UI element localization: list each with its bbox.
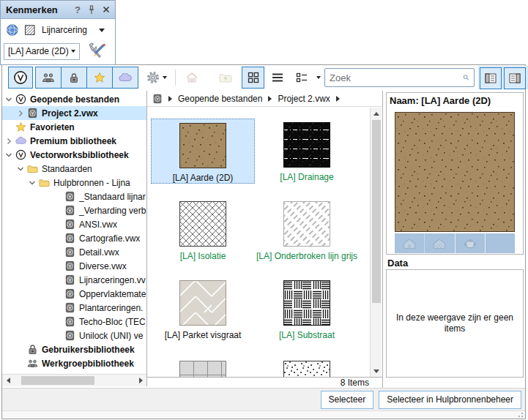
tree-item-unilock[interactable]: Unilock (UNI) ve [2, 329, 146, 342]
edit-style-icon[interactable] [86, 42, 106, 61]
tree-item-lijnarceringen[interactable]: Lijnarceringen.vv [2, 273, 146, 287]
house-2d-button[interactable] [395, 233, 424, 253]
tree-item-verharding[interactable]: _Verharding verb [2, 203, 146, 217]
select-in-resource-manager-button[interactable]: Selecteer in Hulpbronnenbeheer [379, 391, 521, 409]
tree-item-ansi[interactable]: ANSI.vwx [2, 217, 146, 231]
tree-item-hulpbronnen-lijnarceringen[interactable]: Hulpbronnen - Lijna [2, 176, 146, 190]
tree-item-gebruikersbibliotheek[interactable]: Gebruikersbibliotheek [2, 342, 146, 356]
chevron-down-icon[interactable] [4, 95, 13, 104]
breadcrumb-arrow-icon [268, 96, 272, 102]
scroll-up-arrow[interactable] [371, 108, 382, 119]
user-library-button[interactable] [61, 67, 86, 88]
help-icon[interactable]: ? [75, 4, 81, 15]
folder-up-icon [219, 72, 232, 83]
workgroup-library-button[interactable] [36, 67, 61, 88]
data-empty-text: In deze weergave zijn er geen items [393, 312, 517, 334]
tree-item-vectorworksbibliotheek[interactable]: Vectorworksbibliotheek [2, 148, 146, 162]
resource-item-7[interactable] [151, 357, 255, 377]
chevron-down-icon[interactable] [4, 151, 13, 160]
gear-icon [146, 71, 160, 84]
resource-grid: [LA] Aarde (2D) [LA] Drainage [LA] Isola… [147, 108, 369, 377]
favorites-button[interactable] [86, 67, 112, 88]
tree-item-cartografie[interactable]: Cartografie.vwx [2, 231, 146, 245]
people-icon [42, 72, 55, 83]
chevron-down-icon[interactable] [99, 29, 105, 32]
resource-item-isolatie[interactable]: [LA] Isolatie [151, 198, 255, 261]
footer-bar: Selecteer Selecteer in Hulpbronnenbeheer [2, 388, 525, 410]
tree-item-techo-bloc[interactable]: Techo-Bloc (TEC [2, 315, 146, 329]
tree-item-werkgroepbibliotheek[interactable]: Werkgroepbibliotheek [2, 356, 146, 370]
document-icon [64, 302, 75, 313]
search-icon[interactable] [463, 72, 469, 83]
chevron-down-icon[interactable] [16, 165, 25, 173]
chevron-down-icon[interactable] [28, 179, 37, 187]
tree-item-oppervlaktemat[interactable]: Oppervlaktemate [2, 287, 146, 301]
resource-item-drainage[interactable]: [LA] Drainage [255, 119, 359, 182]
close-icon[interactable] [103, 6, 110, 13]
tree-item-standaard-lijnarcering[interactable]: _Standaard lijnar [2, 190, 146, 203]
attributes-palette: Kenmerken ? Lijnarcering [LA] Aarde (2D) [0, 0, 116, 65]
right-panel-toggle[interactable] [504, 67, 526, 89]
detail-view-icon [296, 72, 308, 83]
palette-title: Kenmerken [6, 4, 58, 15]
scrollbar-thumb[interactable] [372, 120, 381, 303]
tree-item-favorieten[interactable]: Favorieten [2, 120, 146, 134]
tree-item-project2[interactable]: Project 2.vwx [2, 106, 146, 120]
settings-button[interactable] [144, 67, 169, 89]
tree-horizontal-scrollbar[interactable] [2, 374, 146, 386]
teapot-render-button[interactable] [455, 233, 485, 253]
chevron-down-icon [163, 76, 167, 79]
right-panel-icon [509, 73, 521, 83]
resize-grip[interactable] [516, 410, 524, 418]
render-sphere-icon[interactable] [6, 23, 18, 37]
vectorworks-button[interactable] [8, 67, 33, 89]
drainage-hatch-swatch [283, 122, 330, 168]
left-panel-toggle[interactable] [480, 67, 502, 89]
tree-item-geopende-bestanden[interactable]: Geopende bestanden [2, 92, 146, 106]
chevron-right-icon[interactable] [16, 109, 25, 118]
vectorworks-icon [13, 70, 28, 85]
lock-icon [69, 72, 79, 83]
chevron-right-icon[interactable] [4, 137, 13, 146]
select-button[interactable]: Selecteer [321, 391, 374, 409]
breadcrumb-item[interactable]: Geopende bestanden [178, 94, 262, 104]
resource-item-8[interactable] [255, 357, 359, 377]
breadcrumb-item[interactable]: Project 2.vwx [278, 94, 330, 104]
house-2d-icon [402, 238, 417, 250]
list-view-button[interactable] [266, 67, 289, 89]
scroll-left-arrow[interactable] [2, 375, 14, 386]
teapot-icon [463, 239, 477, 249]
preview-box: Naam: [LA] Aarde (2D) [386, 92, 524, 255]
resource-item-substraat[interactable]: [LA] Substraat [255, 277, 359, 340]
search-input[interactable] [325, 72, 463, 83]
thumbnail-view-button[interactable] [242, 67, 264, 89]
resource-item-parket[interactable]: [LA] Parket visgraat [151, 277, 255, 340]
house-hatch-icon [432, 238, 447, 250]
chevron-down-icon [71, 50, 75, 53]
cloud-library-button[interactable] [112, 67, 138, 88]
tree-item-premium-bibliotheek[interactable]: Premium bibliotheek [2, 134, 146, 148]
tree-item-standaarden[interactable]: Standaarden [2, 162, 146, 176]
tree-item-diverse[interactable]: Diverse.vwx [2, 259, 146, 273]
scroll-down-arrow[interactable] [371, 365, 382, 377]
open-file-button[interactable] [215, 67, 237, 89]
scroll-right-arrow[interactable] [135, 375, 146, 386]
detail-view-button[interactable] [290, 67, 313, 89]
tree-item-plantarceringen[interactable]: Plantarceringen. [2, 301, 146, 315]
view-options-dropdown[interactable] [314, 67, 323, 89]
home-button[interactable] [181, 67, 203, 89]
style-type-label: Lijnarcering [42, 25, 87, 35]
house-hatch-button[interactable] [424, 233, 454, 253]
document-icon [152, 94, 163, 104]
detail-panel: Naam: [LA] Aarde (2D) Data In deze weerg… [383, 91, 525, 388]
grid-vertical-scrollbar[interactable] [370, 108, 382, 377]
scrollbar-thumb[interactable] [21, 376, 94, 385]
tree-item-detail[interactable]: Detail.vwx [2, 245, 146, 259]
palette-titlebar[interactable]: Kenmerken ? [1, 1, 115, 19]
resource-item-onderbroken-lijn[interactable]: [LA] Onderbroken lijn grijs [255, 198, 359, 261]
pin-icon[interactable] [87, 5, 96, 15]
resource-style-dropdown[interactable]: [LA] Aarde (2D) [4, 43, 80, 60]
document-icon [64, 247, 75, 258]
hatch-swatch-icon[interactable] [24, 24, 36, 36]
resource-item-aarde[interactable]: [LA] Aarde (2D) [151, 119, 255, 184]
